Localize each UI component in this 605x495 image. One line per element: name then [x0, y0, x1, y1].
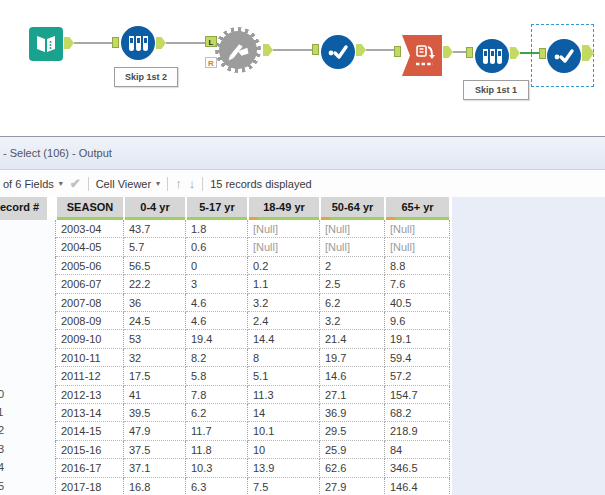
cell[interactable]: 17.5 [124, 367, 186, 385]
chevron-down-icon[interactable]: ▾ [156, 179, 160, 188]
cell[interactable]: 47.9 [124, 422, 186, 440]
cell[interactable]: 0.6 [186, 238, 248, 256]
cell[interactable]: 11.3 [248, 386, 320, 404]
cell[interactable]: 59.4 [385, 349, 450, 367]
cell[interactable]: 9.6 [385, 312, 450, 330]
cell[interactable]: 2017-18 [56, 478, 124, 495]
cell[interactable]: [Null] [385, 220, 450, 238]
cell[interactable]: 2006-07 [56, 275, 124, 293]
cell[interactable]: 16.8 [124, 478, 186, 495]
cell[interactable]: 8 [248, 349, 320, 367]
cell[interactable]: 2.4 [248, 312, 320, 330]
cell[interactable]: 25.9 [320, 441, 385, 459]
cell[interactable]: 24.5 [124, 312, 186, 330]
cell[interactable]: 62.6 [320, 459, 385, 477]
arrow-down-icon[interactable]: ↓ [189, 176, 196, 191]
cell[interactable]: 29.5 [320, 422, 385, 440]
record-number-cell[interactable]: 9 [0, 367, 56, 385]
cell[interactable]: 3.2 [320, 312, 385, 330]
cell[interactable]: 22.2 [124, 275, 186, 293]
chevron-down-icon[interactable]: ▾ [59, 179, 63, 188]
record-number-cell[interactable]: 13 [0, 441, 56, 459]
cell[interactable]: 2013-14 [56, 404, 124, 422]
cell[interactable]: 8.2 [186, 349, 248, 367]
cell[interactable]: 10 [248, 441, 320, 459]
cell[interactable]: 2005-06 [56, 257, 124, 275]
connection[interactable] [273, 49, 312, 51]
cell[interactable]: 37.1 [124, 459, 186, 477]
arrow-up-icon[interactable]: ↑ [175, 176, 182, 191]
record-number-cell[interactable]: 12 [0, 422, 56, 440]
cell[interactable]: 1.8 [186, 220, 248, 238]
tool-macro[interactable] [215, 27, 261, 73]
cell[interactable]: 4.6 [186, 312, 248, 330]
record-number-cell[interactable]: 15 [0, 478, 56, 495]
fields-dropdown[interactable]: of 6 Fields [3, 178, 54, 190]
cell[interactable]: 6.3 [186, 478, 248, 495]
record-number-cell[interactable]: 7 [0, 330, 56, 348]
cell[interactable]: 146.4 [385, 478, 450, 495]
record-number-header[interactable]: Record # [0, 197, 47, 220]
cell[interactable]: 4.6 [186, 294, 248, 312]
cell[interactable]: 37.5 [124, 441, 186, 459]
cell[interactable]: 27.1 [320, 386, 385, 404]
cell[interactable]: 2011-12 [56, 367, 124, 385]
record-number-cell[interactable]: 4 [0, 275, 56, 293]
cell[interactable]: 84 [385, 441, 450, 459]
record-number-cell[interactable]: 5 [0, 294, 56, 312]
cell[interactable]: 6.2 [186, 404, 248, 422]
cell[interactable]: 7.5 [248, 478, 320, 495]
connection[interactable] [366, 49, 394, 51]
cell[interactable]: 2003-04 [56, 220, 124, 238]
cell[interactable]: 3 [186, 275, 248, 293]
cell[interactable]: 11.8 [186, 441, 248, 459]
cell[interactable]: 2.5 [320, 275, 385, 293]
record-number-cell[interactable]: 3 [0, 257, 56, 275]
cell[interactable]: 7.6 [385, 275, 450, 293]
column-header[interactable]: 5-17 yr [187, 197, 247, 217]
cell[interactable]: [Null] [248, 220, 320, 238]
cell[interactable]: 5.7 [124, 238, 186, 256]
cell[interactable]: 5.8 [186, 367, 248, 385]
cell[interactable]: 346.5 [385, 459, 450, 477]
cell[interactable]: 43.7 [124, 220, 186, 238]
cell[interactable]: 5.1 [248, 367, 320, 385]
record-number-cell[interactable]: 1 [0, 220, 56, 238]
column-header[interactable]: 18-49 yr [249, 197, 319, 217]
cell[interactable]: 27.9 [320, 478, 385, 495]
cell[interactable]: 68.2 [385, 404, 450, 422]
cell[interactable]: 14.6 [320, 367, 385, 385]
cell[interactable]: [Null] [320, 238, 385, 256]
tool-select-2-selected[interactable] [547, 39, 581, 73]
tool-input-data[interactable] [29, 27, 63, 61]
cell[interactable]: 0 [186, 257, 248, 275]
cell[interactable]: 2010-11 [56, 349, 124, 367]
cell[interactable]: 57.2 [385, 367, 450, 385]
cell[interactable]: 53 [124, 330, 186, 348]
cell[interactable]: 14 [248, 404, 320, 422]
cell[interactable]: 2004-05 [56, 238, 124, 256]
cell[interactable]: 7.8 [186, 386, 248, 404]
annotation-skip-1st-1[interactable]: Skip 1st 1 [463, 80, 529, 100]
column-header[interactable]: 50-64 yr [321, 197, 384, 217]
column-header[interactable]: 0-4 yr [125, 197, 185, 217]
record-number-cell[interactable]: 10 [0, 386, 56, 404]
cell-viewer-dropdown[interactable]: Cell Viewer [96, 178, 151, 190]
cell[interactable]: 218.9 [385, 422, 450, 440]
connection[interactable] [166, 42, 207, 44]
cell[interactable]: 10.1 [248, 422, 320, 440]
cell[interactable]: 2015-16 [56, 441, 124, 459]
record-number-cell[interactable]: 8 [0, 349, 56, 367]
cell[interactable]: 36 [124, 294, 186, 312]
cell[interactable]: 41 [124, 386, 186, 404]
cell[interactable]: 2016-17 [56, 459, 124, 477]
cell[interactable]: 40.5 [385, 294, 450, 312]
cell[interactable]: 1.1 [248, 275, 320, 293]
cell[interactable]: 10.3 [186, 459, 248, 477]
cell[interactable]: 19.1 [385, 330, 450, 348]
cell[interactable]: 154.7 [385, 386, 450, 404]
cell[interactable]: 14.4 [248, 330, 320, 348]
record-number-cell[interactable]: 11 [0, 404, 56, 422]
record-number-cell[interactable]: 14 [0, 459, 56, 477]
cell[interactable]: 13.9 [248, 459, 320, 477]
